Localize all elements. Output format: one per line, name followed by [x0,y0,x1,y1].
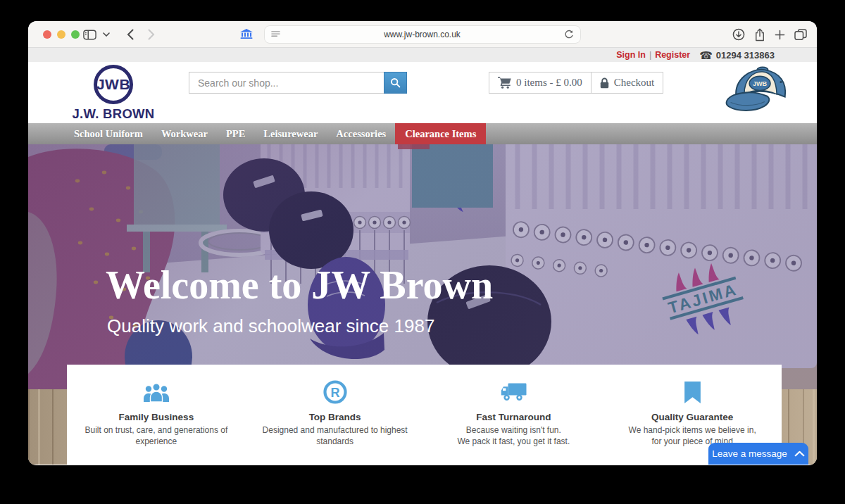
sidebar-icon[interactable] [83,30,96,40]
cart-label: 0 items - £ 0.00 [516,77,582,89]
svg-text:R: R [330,386,339,400]
nav-item-ppe[interactable]: PPE [217,123,254,144]
checkout-button[interactable]: Checkout [592,72,664,94]
feature-title: Fast Turnaround [434,412,594,422]
hero-title: Welcome to JW Brown [106,265,493,305]
extension-bank-icon[interactable] [240,29,253,40]
separator: | [649,50,651,60]
cap-illustration: JWB [724,63,799,123]
fullscreen-button[interactable] [71,30,80,39]
sign-in-link[interactable]: Sign In [616,50,646,60]
account-bar: Sign In | Register ☎ 01294 313863 [28,48,817,62]
feature-title: Family Business [77,412,236,422]
lock-icon [600,77,609,89]
browser-toolbar: www.jw-brown.co.uk [28,21,817,48]
nav-item-school-uniform[interactable]: School Uniform [65,123,152,144]
feature-title: Top Brands [256,412,415,422]
family-icon [77,379,236,405]
chat-widget[interactable]: Leave a message [708,443,808,465]
search-bar [189,72,407,94]
feature-family-business: Family Business Built on trust, care, an… [67,379,246,465]
reload-icon[interactable] [564,30,574,39]
phone-number: 01294 313863 [716,50,775,61]
nav-item-workwear[interactable]: Workwear [152,123,217,144]
hero-banner: TAJIMA [28,144,817,389]
cap-badge-text: JWB [753,80,768,87]
magnifier-icon [390,77,401,88]
truck-icon [434,379,594,405]
nav-item-accessories[interactable]: Accessories [327,123,395,144]
site-logo[interactable]: JWB J.W. BROWN [72,65,155,122]
feature-description: Designed and manufactured to highest sta… [256,424,415,447]
main-nav: School Uniform Workwear PPE Leisurewear … [28,123,817,144]
bookmark-icon [613,379,772,405]
register-link[interactable]: Register [655,50,690,60]
checkout-label: Checkout [614,77,655,89]
feature-description: Built on trust, care, and generations of… [77,424,236,447]
reader-icon[interactable] [271,30,280,39]
close-button[interactable] [43,30,51,39]
url-text[interactable]: www.jw-brown.co.uk [280,30,564,39]
feature-top-brands: R Top Brands Designed and manufactured t… [246,379,425,465]
features-panel: Family Business Built on trust, care, an… [67,365,782,465]
page-content: Sign In | Register ☎ 01294 313863 JWB J.… [28,48,817,465]
nav-item-clearance-items[interactable]: Clearance Items [395,123,486,144]
minimize-button[interactable] [57,30,65,39]
forward-button[interactable] [148,29,155,40]
registered-icon: R [256,379,415,405]
search-button[interactable] [384,72,407,94]
logo-circle: JWB [94,65,133,104]
phone-icon: ☎ [699,50,713,61]
browser-window: www.jw-brown.co.uk Sign In | Registe [28,21,817,465]
feature-title: Quality Guarantee [613,412,772,422]
chevron-down-icon[interactable] [103,32,110,37]
cart-icon [498,77,511,89]
nav-item-leisurewear[interactable]: Leisurewear [254,123,327,144]
chevron-up-icon [794,451,805,457]
site-header: JWB J.W. BROWN 0 items - £ 0.00 [28,62,817,123]
share-icon[interactable] [754,28,765,42]
new-tab-icon[interactable] [775,30,785,40]
feature-fast-turnaround: Fast Turnaround Because waiting isn't fu… [425,379,603,465]
feature-description: Because waiting isn't fun. We pack it fa… [434,424,594,447]
address-bar[interactable]: www.jw-brown.co.uk [264,25,581,44]
cart-summary[interactable]: 0 items - £ 0.00 [489,72,592,94]
logo-name: J.W. BROWN [72,106,155,122]
hero-subtitle: Quality work and schoolwear since 1987 [107,315,434,337]
chat-label: Leave a message [712,448,787,459]
search-input[interactable] [189,72,384,94]
tab-overview-icon[interactable] [794,29,807,40]
downloads-icon[interactable] [732,28,745,41]
traffic-lights [43,30,80,39]
back-button[interactable] [127,29,134,40]
